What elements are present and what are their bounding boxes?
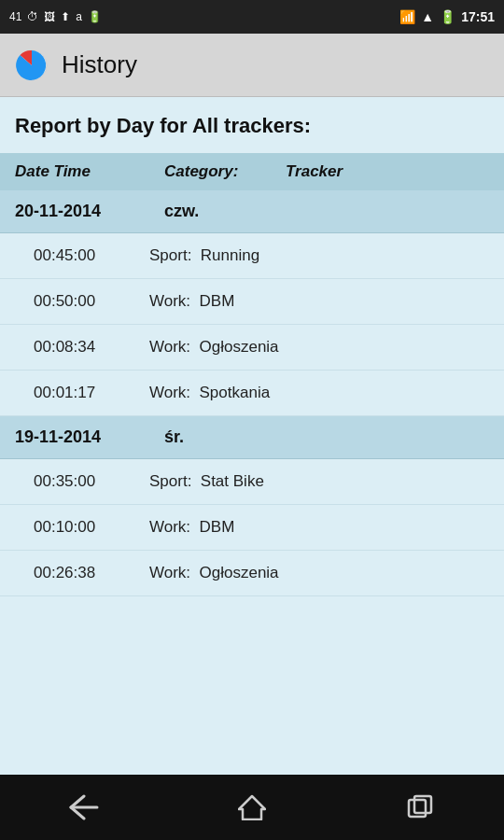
home-button[interactable] bbox=[224, 784, 280, 831]
table-row: 00:01:17 Work: Spotkania bbox=[0, 371, 504, 416]
status-bar-right: 📶 ▲ 🔋 17:51 bbox=[399, 9, 495, 24]
image-icon: 🖼 bbox=[44, 10, 55, 23]
battery-status-icon: 🔋 bbox=[88, 10, 102, 23]
recent-apps-button[interactable] bbox=[392, 784, 448, 831]
day-date: 19-11-2014 bbox=[15, 427, 164, 447]
app-bar: History bbox=[0, 34, 504, 97]
table-row: 00:10:00 Work: DBM bbox=[0, 505, 504, 551]
status-bar-left: 41 ⏱ 🖼 ⬆ a 🔋 bbox=[9, 10, 102, 23]
entry-time: 00:10:00 bbox=[34, 518, 149, 537]
app-logo-icon bbox=[15, 49, 49, 82]
clock: 17:51 bbox=[461, 9, 495, 24]
bottom-nav bbox=[0, 775, 504, 840]
entry-time: 00:01:17 bbox=[34, 384, 149, 402]
app-title: History bbox=[62, 50, 137, 79]
table-row: 00:45:00 Sport: Running bbox=[0, 233, 504, 279]
back-button[interactable] bbox=[56, 784, 112, 831]
col-tracker-header: Tracker bbox=[286, 162, 343, 181]
signal-icon: ▲ bbox=[421, 9, 434, 24]
entry-time: 00:26:38 bbox=[34, 564, 149, 582]
battery-icon: 🔋 bbox=[440, 9, 455, 24]
report-header: Report by Day for All trackers: bbox=[0, 97, 504, 153]
entry-time: 00:08:34 bbox=[34, 338, 149, 357]
entry-category-tracker: Work: Ogłoszenia bbox=[149, 564, 279, 582]
text-icon: a bbox=[76, 10, 82, 23]
entry-time: 00:35:00 bbox=[34, 472, 149, 491]
table-row: 00:35:00 Sport: Stat Bike bbox=[0, 459, 504, 505]
entry-time: 00:45:00 bbox=[34, 246, 149, 265]
entry-category-tracker: Work: DBM bbox=[149, 292, 234, 311]
svg-rect-3 bbox=[409, 800, 426, 817]
entry-category-tracker: Work: Spotkania bbox=[149, 384, 270, 402]
svg-rect-4 bbox=[414, 796, 431, 813]
timer-icon: ⏱ bbox=[27, 10, 38, 23]
back-icon bbox=[69, 794, 99, 820]
table-row: 00:08:34 Work: Ogłoszenia bbox=[0, 325, 504, 371]
table-header: Date Time Category: Tracker bbox=[0, 153, 504, 190]
table-row: 00:26:38 Work: Ogłoszenia bbox=[0, 551, 504, 596]
entry-category-tracker: Sport: Stat Bike bbox=[149, 472, 264, 491]
svg-marker-2 bbox=[239, 796, 265, 819]
entry-category-tracker: Work: Ogłoszenia bbox=[149, 338, 279, 357]
day-name: czw. bbox=[164, 202, 199, 221]
day-header: 19-11-2014 śr. bbox=[0, 416, 504, 459]
day-name: śr. bbox=[164, 427, 184, 447]
entry-time: 00:50:00 bbox=[34, 292, 149, 311]
status-bar: 41 ⏱ 🖼 ⬆ a 🔋 📶 ▲ 🔋 17:51 bbox=[0, 0, 504, 34]
report-header-text: Report by Day for All trackers: bbox=[15, 114, 311, 137]
upload-icon: ⬆ bbox=[61, 10, 70, 23]
day-header: 20-11-2014 czw. bbox=[0, 190, 504, 233]
col-datetime-header: Date Time bbox=[15, 162, 164, 181]
entry-category-tracker: Work: DBM bbox=[149, 518, 234, 537]
notification-count: 41 bbox=[9, 10, 21, 23]
day-date: 20-11-2014 bbox=[15, 202, 164, 221]
recent-icon bbox=[407, 794, 433, 820]
home-icon bbox=[238, 794, 266, 820]
entry-category-tracker: Sport: Running bbox=[149, 246, 259, 265]
col-category-header: Category: bbox=[164, 162, 286, 181]
table-row: 00:50:00 Work: DBM bbox=[0, 279, 504, 325]
content-area: 20-11-2014 czw. 00:45:00 Sport: Running … bbox=[0, 190, 504, 775]
wifi-icon: 📶 bbox=[399, 9, 415, 24]
